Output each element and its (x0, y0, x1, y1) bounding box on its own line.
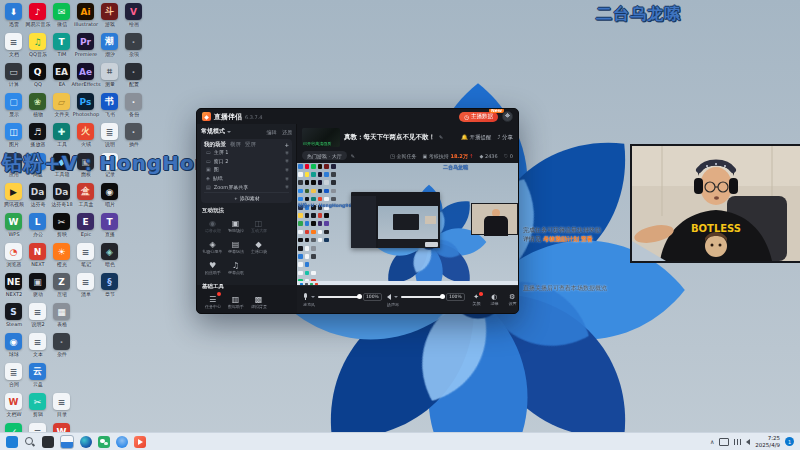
tab-portrait[interactable]: 竖屏 (245, 141, 256, 148)
desktop-icon[interactable]: ◫图片 (2, 122, 26, 152)
settings-button[interactable]: ⚙ 设置 (506, 293, 519, 306)
speaker-volume-slider[interactable] (401, 296, 443, 298)
desktop-icon[interactable]: ·备份 (122, 92, 146, 122)
desktop-icon[interactable]: ⬇迅雷 (2, 2, 26, 32)
desktop-icon[interactable]: QQQ (26, 62, 50, 92)
view-link[interactable]: 查看 (581, 235, 593, 242)
scene-item[interactable]: ◈贴纸◉ (204, 174, 289, 183)
desktop-icon[interactable]: §章节 (98, 272, 122, 302)
network-tray-icon[interactable] (734, 439, 741, 445)
edge-icon[interactable] (80, 436, 92, 448)
scene-item[interactable]: ▤Zoom屏幕共享◉ (204, 182, 289, 191)
tool-特效库[interactable]: ✦特效库 (224, 313, 247, 314)
scene-item[interactable]: ▣图◉ (204, 165, 289, 174)
desktop-icon[interactable]: W文档W (2, 392, 26, 422)
taskbar-app-dark[interactable] (42, 436, 54, 448)
desktop-icon[interactable]: ▢显示 (2, 92, 26, 122)
desktop-icon[interactable]: ♬播放器 (26, 122, 50, 152)
desktop-icon[interactable]: PsPhotoshop (74, 92, 98, 122)
tab-landscape[interactable]: 横屏 (230, 141, 241, 148)
desktop-icon[interactable]: ·杂项 (122, 32, 146, 62)
desktop-icon[interactable]: L办公 (26, 212, 50, 242)
display-tray-icon[interactable] (719, 438, 729, 446)
tool-美化助手[interactable]: ✚美化助手 (247, 313, 270, 314)
tool-粉丝助手[interactable]: ♥粉丝助手 (201, 258, 224, 279)
task-link[interactable]: ◳ 全民任务 (390, 153, 416, 159)
tool-互动大屏[interactable]: ◫互动大屏 (247, 216, 270, 237)
notification-badge[interactable]: 1 (785, 437, 794, 446)
visibility-icon[interactable]: ◉ (285, 167, 289, 172)
desktop-icon[interactable]: Z压缩 (50, 272, 74, 302)
desktop-icon[interactable]: ✚工具 (50, 122, 74, 152)
desktop-icon[interactable]: ·插件 (122, 122, 146, 152)
tray-expand-chevron[interactable]: ∧ (710, 438, 714, 445)
app-titlebar[interactable]: ◆ 直播伴侣 6.3.7.4 ◷ 主播数据 New (197, 109, 518, 124)
tool-虚拟背景[interactable]: ▩虚拟背景 (247, 292, 270, 313)
restore-button[interactable]: 还原 (282, 129, 292, 135)
broadcast-reminder-button[interactable]: 🔔 开播提醒 (461, 134, 492, 141)
desktop-icon[interactable]: ◉唱片 (98, 182, 122, 212)
share-button[interactable]: ⤴ 分享 (498, 134, 514, 141)
desktop-icon[interactable]: 斗游戏 (98, 2, 122, 32)
live-companion-icon[interactable] (134, 436, 146, 448)
desktop-icon[interactable]: ♪网易云音乐 (26, 2, 50, 32)
desktop-icon[interactable]: ⌗测量 (98, 62, 122, 92)
desktop-icon[interactable]: ≡文本 (26, 332, 50, 362)
desktop-icon[interactable]: 云云盘 (26, 362, 50, 392)
support-plan-link[interactable]: 考核激励计划 (543, 235, 579, 242)
desktop-icon[interactable]: Da达芬奇18 (50, 182, 74, 212)
desktop-icon[interactable]: ≣说明 (98, 122, 122, 152)
desktop-icon[interactable]: ✉微信 (50, 2, 74, 32)
speaker-icon[interactable] (387, 294, 391, 300)
tool-正版音乐[interactable]: ♪正版音乐 (201, 313, 224, 314)
mic-device-dropdown[interactable] (311, 296, 315, 298)
desktop-icon[interactable]: 书飞书 (98, 92, 122, 122)
desktop-icon[interactable]: EEpic (74, 212, 98, 242)
tool-主播口袋[interactable]: ◆主播口袋 (247, 237, 270, 258)
mode-dropdown[interactable]: 常规模式 (201, 127, 225, 136)
cover-thumbnail[interactable]: 已开启高清画质 (302, 128, 340, 147)
taskbar-app-files[interactable] (60, 435, 74, 449)
edit-title-icon[interactable]: ✎ (439, 134, 443, 140)
mic-volume-slider[interactable] (318, 296, 360, 298)
desktop-icon[interactable]: AeAfterEffects (74, 62, 98, 92)
desktop-icon[interactable]: ✂剪映 (50, 212, 74, 242)
tool-弹幕点歌[interactable]: ♫弹幕点歌 (224, 258, 247, 279)
add-material-button[interactable]: ＋ 添加素材 (204, 192, 289, 201)
desktop-icon[interactable]: ≡目录 (50, 392, 74, 422)
desktop-icon[interactable]: ✂剪辑 (26, 392, 50, 422)
tool-弹幕玩法[interactable]: ▤弹幕玩法 (224, 237, 247, 258)
desktop-icon[interactable]: PrPremiere (74, 32, 98, 62)
desktop-icon[interactable]: EAEA (50, 62, 74, 92)
desktop-icon[interactable]: NNEXT (26, 242, 50, 272)
desktop-icon[interactable]: AiIllustrator (74, 2, 98, 32)
speaker-device-dropdown[interactable] (394, 296, 398, 298)
desktop-icon[interactable]: T直播 (98, 212, 122, 242)
desktop-icon[interactable]: 潮潮汐 (98, 32, 122, 62)
desktop-icon[interactable]: WWPS (2, 212, 26, 242)
beauty-button[interactable]: ✦ 美颜 (470, 293, 483, 306)
support-stat[interactable]: ▣ 考核扶持 18.2万 ↑ (422, 153, 473, 159)
tool-数据助手[interactable]: ▥数据助手 (224, 292, 247, 313)
desktop-icon[interactable]: ▣驱动 (26, 272, 50, 302)
desktop-icon[interactable]: 盒工具盒 (74, 182, 98, 212)
desktop-icon[interactable]: ≡清单 (74, 272, 98, 302)
scene-item[interactable]: ▭窗口 2◉ (204, 157, 289, 166)
tool-礼物心愿单[interactable]: ◈礼物心愿单 (201, 237, 224, 258)
tool-智能场控[interactable]: ▣智能场控 (224, 216, 247, 237)
desktop-icon[interactable]: ♫QQ音乐 (26, 32, 50, 62)
desktop-icon[interactable]: ▦表格 (50, 302, 74, 332)
desktop-icon[interactable]: ◈暗色 (98, 242, 122, 272)
desktop-icon[interactable]: SSteam (2, 302, 26, 332)
desktop-icon[interactable]: ≡笔记 (74, 242, 98, 272)
scene-item[interactable]: ▭主屏 1◉ (204, 148, 289, 157)
clock[interactable]: 7:25 2025/4/9 (755, 435, 780, 448)
add-scene-button[interactable]: + (284, 142, 289, 148)
desktop-icon[interactable]: ◉球球 (2, 332, 26, 362)
visibility-icon[interactable]: ◉ (285, 176, 289, 181)
edit-button[interactable]: 编辑 (266, 129, 276, 135)
browser-icon[interactable] (116, 436, 128, 448)
wechat-icon[interactable] (98, 436, 110, 448)
desktop-icon[interactable]: ☀橙光 (50, 242, 74, 272)
tool-任务中心[interactable]: ☰任务中心 (201, 292, 224, 313)
